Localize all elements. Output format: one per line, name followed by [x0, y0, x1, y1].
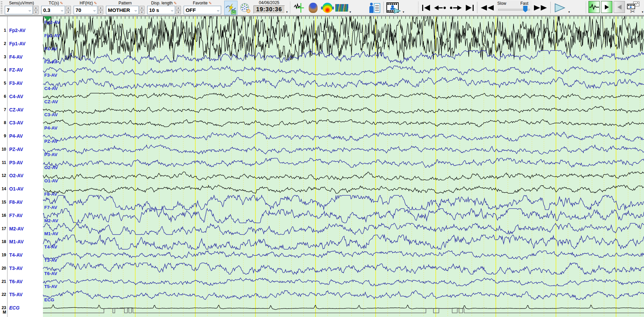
pattern-spinner[interactable]: ▲▼	[139, 6, 144, 14]
channel-label[interactable]: F4-AV	[9, 54, 22, 60]
hf-spinner[interactable]: ▲▼	[98, 6, 103, 14]
pattern-label: Pattern	[119, 1, 132, 5]
disp-length-control: Disp. length✎ 10 s⌄ ▲▼	[147, 0, 181, 15]
hf-combo[interactable]: 70⌄	[74, 6, 97, 14]
notch-filter-button[interactable]: 50	[224, 1, 238, 15]
channel-label[interactable]: M1-AV	[9, 239, 24, 244]
review-eeg-button[interactable]	[588, 1, 600, 13]
spin-down-icon[interactable]: ▼	[176, 10, 181, 14]
pencil-edit-icon[interactable]: ✎	[174, 1, 177, 5]
play-button[interactable]	[553, 1, 567, 15]
gear-icon: ⚙	[246, 8, 251, 14]
eeg-cursor-button[interactable]	[292, 1, 306, 15]
channel-label[interactable]: ECG	[9, 305, 19, 311]
play-dropdown-icon[interactable]: ▾	[568, 10, 570, 14]
trace-channel-label: F7-AV	[44, 205, 57, 210]
video-dropdown-icon[interactable]: ▾	[403, 10, 404, 14]
channel-label[interactable]: O2-AV	[9, 173, 24, 178]
dsa-trend-button[interactable]	[335, 1, 349, 15]
spin-down-icon[interactable]: ▼	[98, 10, 103, 14]
eeg-waveforms[interactable]	[43, 16, 644, 317]
favorite-combo[interactable]: OFF⌄	[184, 6, 221, 14]
trace-channel-label: M2-AV	[44, 218, 58, 223]
datetime-dropdown-icon[interactable]: ▾	[286, 10, 288, 14]
video-icon	[386, 2, 401, 14]
channel-number: 21	[0, 279, 6, 284]
spin-up-icon[interactable]: ▲	[139, 6, 144, 10]
fast-label: Fast	[520, 1, 528, 6]
tc-combo[interactable]: 0.3⌄	[41, 6, 65, 14]
channel-label[interactable]: T3-AV	[9, 266, 22, 271]
channel-label[interactable]: F3-AV	[9, 80, 22, 86]
favorite-label: Favorite	[193, 1, 208, 5]
channel-label[interactable]: T4-AV	[9, 252, 22, 258]
review-play-button[interactable]	[601, 1, 612, 13]
pattern-control: Pattern MOTHER⌄ ▲▼	[106, 0, 144, 15]
position-marker-icon[interactable]	[44, 16, 52, 21]
spin-down-icon[interactable]: ▼	[66, 10, 71, 14]
channel-label[interactable]: F8-AV	[9, 199, 22, 205]
jump-end-button[interactable]	[464, 1, 475, 15]
channel-label[interactable]: PZ-AV	[9, 147, 23, 152]
review-back-icon	[617, 4, 622, 10]
trace-channel-label: C3-AV	[44, 112, 58, 117]
disp-length-combo[interactable]: 10 s⌄	[147, 6, 175, 14]
pencil-edit-icon[interactable]: ✎	[94, 1, 97, 5]
jump-start-icon	[422, 4, 431, 11]
channel-number: 18	[0, 239, 6, 244]
video-button[interactable]	[386, 1, 402, 15]
spin-up-icon[interactable]: ▲	[176, 6, 181, 10]
channel-label[interactable]: Fp2-AV	[9, 28, 26, 33]
patient-info-button[interactable]	[368, 1, 381, 15]
channel-label[interactable]: M2-AV	[9, 226, 24, 231]
head-3d-button[interactable]	[307, 1, 320, 15]
speed-slider[interactable]: Slow Fast	[496, 1, 532, 14]
review-eeg-icon	[589, 4, 599, 11]
eeg-trace-area[interactable]: Fp2-AVFp1-AVF4-AVFZ-AVF3-AVC4-AVCZ-AVC3-…	[43, 16, 644, 317]
pencil-edit-icon[interactable]: ✎	[209, 1, 212, 5]
channel-label[interactable]: O1-AV	[9, 186, 24, 192]
jump-end-icon	[465, 4, 474, 11]
montage-settings-button[interactable]: ⚙	[238, 1, 252, 15]
rewind-button[interactable]	[479, 1, 495, 15]
step-back-button[interactable]	[433, 1, 447, 15]
trace-channel-label: P3-AV	[44, 152, 58, 157]
jump-start-button[interactable]	[420, 1, 432, 15]
spin-down-icon[interactable]: ▼	[139, 10, 144, 14]
spin-up-icon[interactable]: ▲	[98, 6, 103, 10]
chevron-down-icon: ⌄	[28, 8, 32, 12]
clip-dropdown-icon[interactable]: ▾	[642, 10, 643, 14]
tc-spinner[interactable]: ▲▼	[66, 6, 71, 14]
topo-map-button[interactable]	[321, 1, 334, 15]
spin-down-icon[interactable]: ▼	[33, 10, 39, 14]
spin-up-icon[interactable]: ▲	[33, 6, 39, 10]
video-clip-button[interactable]: ✂	[626, 1, 641, 15]
channel-label[interactable]: T5-AV	[9, 292, 22, 297]
sens-spinner[interactable]: ▲▼	[33, 6, 39, 14]
channel-label[interactable]: F7-AV	[9, 213, 22, 218]
channel-label[interactable]: P3-AV	[9, 160, 23, 165]
trace-channel-label: PZ-AV	[44, 139, 58, 144]
step-back-icon	[434, 5, 447, 11]
channel-label[interactable]: CZ-AV	[9, 107, 24, 112]
channel-label[interactable]: T6-AV	[9, 279, 22, 284]
pattern-combo[interactable]: MOTHER⌄	[106, 6, 139, 14]
channel-label[interactable]: FZ-AV	[9, 67, 23, 73]
dsa-trend-icon	[335, 4, 348, 12]
disp-length-spinner[interactable]: ▲▼	[176, 6, 181, 14]
channel-label[interactable]: P4-AV	[9, 133, 23, 139]
step-forward-button[interactable]	[448, 1, 463, 15]
fast-forward-button[interactable]	[533, 1, 548, 15]
channel-label[interactable]: C3-AV	[9, 120, 23, 125]
toolbar-grip	[1, 1, 2, 14]
channel-number: 15	[0, 200, 6, 205]
slider-handle[interactable]	[523, 6, 527, 12]
spin-up-icon[interactable]: ▲	[66, 6, 71, 10]
eeg-cursor-icon	[294, 2, 305, 13]
map-dropdown-icon[interactable]: ▾	[350, 10, 351, 14]
sens-combo[interactable]: 7⌄	[5, 6, 33, 14]
channel-label[interactable]: Fp1-AV	[9, 41, 26, 46]
channel-label[interactable]: C4-AV	[9, 94, 23, 99]
pencil-edit-icon[interactable]: ✎	[60, 1, 63, 5]
trace-channel-label: O2-AV	[44, 165, 58, 170]
